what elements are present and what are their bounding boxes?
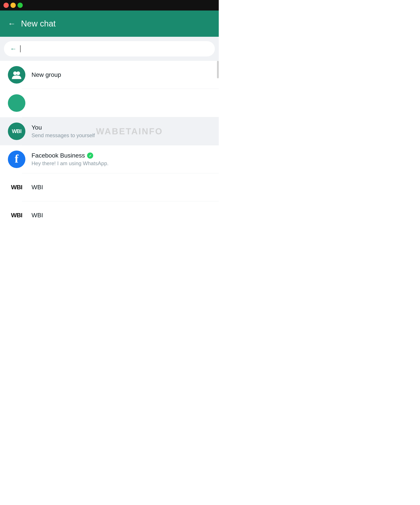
list-item[interactable]: New group xyxy=(0,61,219,89)
close-button[interactable] xyxy=(4,3,9,8)
avatar: WBI xyxy=(8,123,25,140)
svg-point-1 xyxy=(16,71,20,75)
page-title: New chat xyxy=(21,19,56,28)
new-chat-header: ← New chat xyxy=(0,11,219,37)
avatar-label: WBI xyxy=(12,128,21,134)
list-item[interactable] xyxy=(0,89,219,117)
minimize-button[interactable] xyxy=(11,3,16,8)
contact-info: Facebook Business ✓ Hey there! I am usin… xyxy=(31,152,211,166)
contact-info: You Send messages to yourself xyxy=(31,124,211,139)
list-item[interactable]: WBI You Send messages to yourself WABETA… xyxy=(0,117,219,145)
contact-info: New group xyxy=(31,71,211,78)
maximize-button[interactable] xyxy=(18,3,23,8)
verified-check-icon: ✓ xyxy=(89,154,92,158)
avatar xyxy=(8,66,25,84)
contact-info: WBI xyxy=(31,184,211,191)
contact-name: WBI xyxy=(31,212,211,219)
contact-name: You xyxy=(31,124,211,131)
avatar: WBI xyxy=(8,178,25,196)
contact-info: WBI xyxy=(31,212,211,219)
wbi-logo-text: WBI xyxy=(11,184,22,191)
list-item[interactable]: WBI WBI xyxy=(0,173,219,201)
search-back-icon[interactable]: ← xyxy=(10,45,17,52)
wbi-logo-text: WBI xyxy=(11,212,22,219)
search-bar-container: ← xyxy=(0,37,219,61)
list-item[interactable]: f Facebook Business ✓ Hey there! I am us… xyxy=(0,145,219,173)
header-back-button[interactable]: ← xyxy=(8,20,16,28)
verified-badge: ✓ xyxy=(87,152,93,159)
avatar: WBI xyxy=(8,207,25,224)
contact-subtitle: Send messages to yourself xyxy=(31,132,211,139)
title-bar xyxy=(0,0,219,11)
contact-subtitle: Hey there! I am using WhatsApp. xyxy=(31,160,211,166)
search-input-bar[interactable]: ← xyxy=(4,41,215,57)
avatar: f xyxy=(8,151,25,168)
svg-point-0 xyxy=(13,71,17,75)
avatar xyxy=(8,94,25,112)
facebook-icon: f xyxy=(15,153,18,165)
contact-name: New group xyxy=(31,71,211,78)
contact-name: Facebook Business ✓ xyxy=(31,152,211,159)
search-cursor xyxy=(20,45,21,52)
list-item[interactable]: WBI WBI xyxy=(0,201,219,229)
contact-name: WBI xyxy=(31,184,211,191)
contacts-list: New group WBI You Send messages to yours… xyxy=(0,61,219,229)
